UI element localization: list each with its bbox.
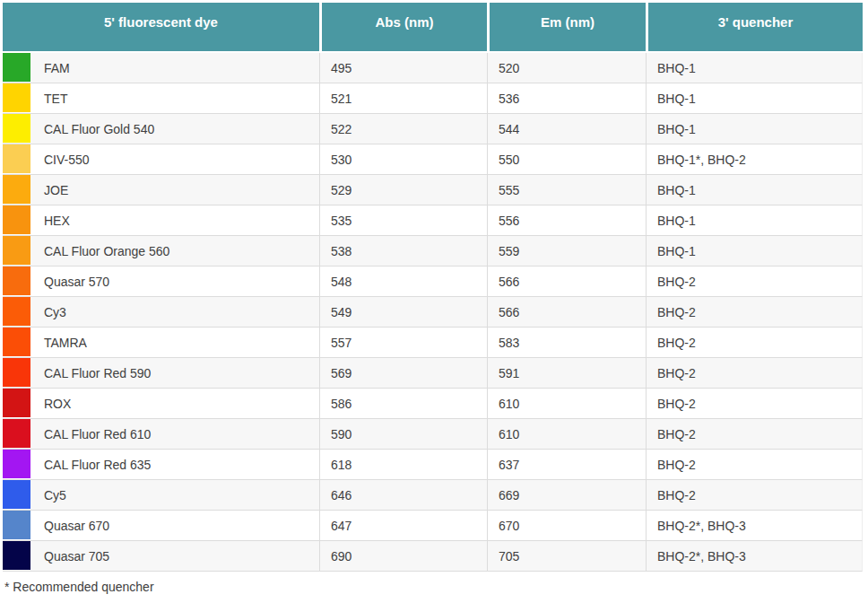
- quencher-value: BHQ-1: [646, 205, 863, 236]
- table-row: Quasar 570548566BHQ-2: [3, 267, 863, 297]
- dye-name: CAL Fluor Red 635: [44, 458, 151, 472]
- dye-color-swatch: [3, 480, 30, 509]
- dye-name: FAM: [44, 61, 70, 75]
- quencher-value: BHQ-2: [646, 328, 863, 358]
- dye-color-swatch: [3, 205, 30, 234]
- dye-cell: Cy5: [3, 480, 319, 511]
- dye-cell: Cy3: [3, 297, 319, 328]
- dye-name: CAL Fluor Gold 540: [44, 122, 154, 136]
- em-value: 566: [487, 267, 646, 297]
- quencher-value: BHQ-2: [646, 358, 863, 389]
- recommended-quencher-footnote: * Recommended quencher: [4, 580, 865, 594]
- dye-color-swatch: [3, 144, 30, 173]
- dye-name: Cy5: [44, 488, 66, 502]
- dye-color-swatch: [3, 267, 30, 295]
- dye-name: HEX: [44, 214, 70, 228]
- em-value: 591: [487, 358, 646, 389]
- dye-name: Cy3: [44, 305, 66, 319]
- em-value: 559: [487, 236, 646, 267]
- quencher-value: BHQ-2*, BHQ-3: [646, 511, 863, 541]
- dye-color-swatch: [3, 175, 30, 204]
- em-value: 566: [487, 297, 646, 328]
- em-value: 610: [487, 419, 646, 450]
- dye-cell: Quasar 670: [3, 511, 319, 541]
- fluorescent-dye-table: 5' fluorescent dye Abs (nm) Em (nm) 3' q…: [3, 3, 863, 572]
- dye-name: TAMRA: [44, 336, 87, 350]
- table-row: ROX586610BHQ-2: [3, 389, 863, 419]
- table-row: CAL Fluor Gold 540522544BHQ-1: [3, 114, 863, 144]
- abs-value: 538: [319, 236, 487, 267]
- dye-name: CAL Fluor Red 610: [44, 427, 151, 441]
- quencher-value: BHQ-2: [646, 389, 863, 419]
- em-value: 705: [487, 541, 646, 572]
- table-row: HEX535556BHQ-1: [3, 205, 863, 236]
- dye-name: CIV-550: [44, 153, 90, 167]
- dye-cell: CAL Fluor Gold 540: [3, 114, 319, 144]
- quencher-value: BHQ-1: [646, 83, 863, 114]
- dye-color-swatch: [3, 389, 30, 417]
- dye-name: ROX: [44, 397, 71, 411]
- dye-color-swatch: [3, 114, 30, 143]
- table-row: JOE529555BHQ-1: [3, 175, 863, 205]
- col-header-em-nm: Em (nm): [487, 3, 646, 53]
- abs-value: 647: [319, 511, 487, 541]
- quencher-value: BHQ-2: [646, 297, 863, 328]
- table-row: CAL Fluor Orange 560538559BHQ-1: [3, 236, 863, 267]
- abs-value: 590: [319, 419, 487, 450]
- em-value: 556: [487, 205, 646, 236]
- quencher-value: BHQ-1: [646, 236, 863, 267]
- table-row: Cy5646669BHQ-2: [3, 480, 863, 511]
- dye-name: Quasar 705: [44, 549, 109, 564]
- em-value: 544: [487, 114, 646, 144]
- col-header-fluorescent-dye: 5' fluorescent dye: [3, 3, 319, 53]
- dye-color-swatch: [3, 358, 30, 387]
- dye-color-swatch: [3, 450, 30, 478]
- table-row: TAMRA557583BHQ-2: [3, 328, 863, 358]
- quencher-value: BHQ-1: [646, 114, 863, 144]
- abs-value: 646: [319, 480, 487, 511]
- abs-value: 618: [319, 450, 487, 480]
- em-value: 670: [487, 511, 646, 541]
- abs-value: 495: [319, 53, 487, 83]
- table-row: CAL Fluor Red 610590610BHQ-2: [3, 419, 863, 450]
- dye-cell: ROX: [3, 389, 319, 419]
- abs-value: 557: [319, 328, 487, 358]
- dye-name: Quasar 670: [44, 519, 109, 533]
- quencher-value: BHQ-1: [646, 175, 863, 205]
- table-row: TET521536BHQ-1: [3, 83, 863, 114]
- dye-cell: Quasar 570: [3, 267, 319, 297]
- table-row: CAL Fluor Red 635618637BHQ-2: [3, 450, 863, 480]
- col-header-abs-nm: Abs (nm): [319, 3, 487, 53]
- dye-cell: TET: [3, 83, 319, 114]
- dye-name: JOE: [44, 183, 68, 197]
- dye-color-swatch: [3, 541, 30, 570]
- dye-color-swatch: [3, 53, 30, 82]
- em-value: 550: [487, 144, 646, 175]
- dye-color-swatch: [3, 511, 30, 539]
- quencher-value: BHQ-2*, BHQ-3: [646, 541, 863, 572]
- table-body: FAM495520BHQ-1TET521536BHQ-1CAL Fluor Go…: [3, 53, 863, 572]
- quencher-value: BHQ-2: [646, 450, 863, 480]
- abs-value: 586: [319, 389, 487, 419]
- dye-cell: JOE: [3, 175, 319, 205]
- em-value: 637: [487, 450, 646, 480]
- dye-color-swatch: [3, 328, 30, 356]
- em-value: 520: [487, 53, 646, 83]
- col-header-quencher: 3' quencher: [646, 3, 863, 53]
- quencher-value: BHQ-1*, BHQ-2: [646, 144, 863, 175]
- table-row: Quasar 670647670BHQ-2*, BHQ-3: [3, 511, 863, 541]
- dye-name: Quasar 570: [44, 275, 109, 289]
- dye-cell: HEX: [3, 205, 319, 236]
- dye-name: CAL Fluor Red 590: [44, 366, 151, 380]
- dye-cell: CAL Fluor Orange 560: [3, 236, 319, 267]
- dye-cell: TAMRA: [3, 328, 319, 358]
- table-row: Cy3549566BHQ-2: [3, 297, 863, 328]
- dye-cell: FAM: [3, 53, 319, 83]
- dye-color-swatch: [3, 419, 30, 448]
- dye-cell: CAL Fluor Red 635: [3, 450, 319, 480]
- dye-cell: CIV-550: [3, 144, 319, 175]
- header-row: 5' fluorescent dye Abs (nm) Em (nm) 3' q…: [3, 3, 863, 53]
- em-value: 583: [487, 328, 646, 358]
- abs-value: 522: [319, 114, 487, 144]
- abs-value: 548: [319, 267, 487, 297]
